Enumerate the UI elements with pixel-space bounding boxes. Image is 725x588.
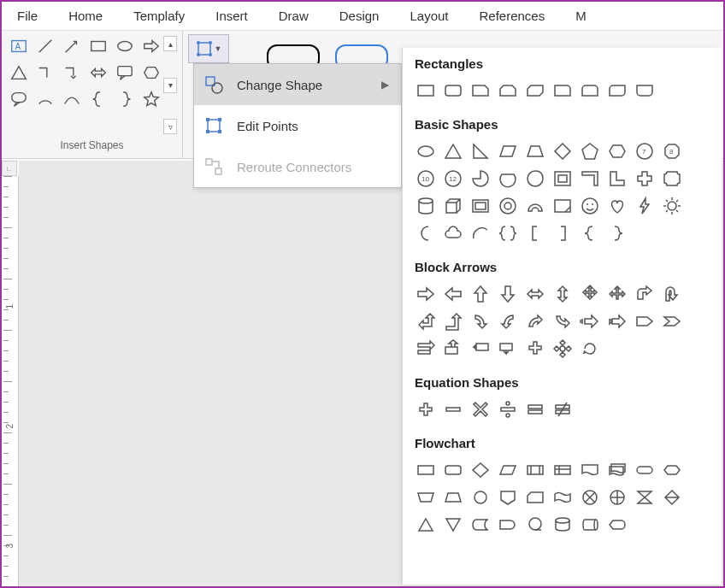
menu-more[interactable]: M [560,2,602,30]
shape-arrow-bentup-icon[interactable] [442,310,464,332]
menu-templafy[interactable]: Templafy [118,2,200,30]
insert-callout-icon[interactable] [113,61,137,85]
shape-arrow-lcallout-icon[interactable] [469,338,492,360]
shape-rect-rect-icon[interactable] [415,79,437,102]
shape-arrow-up-icon[interactable] [469,283,492,305]
insert-curve-icon[interactable] [60,87,84,111]
insert-arrow-line-icon[interactable] [60,34,84,58]
shape-flow-card-icon[interactable] [524,486,546,509]
shape-flow-stored-icon[interactable] [469,514,492,536]
shape-basic-arc2-icon[interactable] [469,222,492,244]
shape-flow-data-icon[interactable] [497,459,519,481]
shape-arrow-notched-icon[interactable] [606,310,628,332]
shape-basic-dodecagon-icon[interactable]: 12 [442,168,464,190]
insert-elbow-icon[interactable] [33,61,57,85]
insert-rect-icon[interactable] [86,34,110,58]
shape-arrow-curvedup-icon[interactable] [524,310,546,332]
insert-triangle-icon[interactable] [7,61,31,85]
shape-basic-cloud-icon[interactable] [442,222,464,244]
shape-arrow-chevron-icon[interactable] [661,310,683,332]
shape-eq-plus-icon[interactable] [415,398,437,420]
menu-design[interactable]: Design [324,2,395,30]
shape-eq-multiply-icon[interactable] [469,398,492,420]
shape-flow-manual-icon[interactable] [415,486,437,509]
shape-eq-divide-icon[interactable] [497,398,519,420]
shape-basic-chord-icon[interactable] [497,168,519,190]
shape-flow-seqstore-icon[interactable] [524,514,546,536]
shape-flow-collate-icon[interactable] [634,486,656,509]
scroll-up-button[interactable]: ▴ [163,36,177,51]
shape-basic-oval-icon[interactable] [415,140,437,162]
shape-flow-delay-icon[interactable] [497,514,519,536]
edit-points-item[interactable]: Edit Points [194,105,401,146]
shape-rect-round2-icon[interactable] [579,79,601,102]
insert-speech-icon[interactable] [7,87,31,111]
shape-arrow-rcallout-icon[interactable] [415,338,437,360]
shape-arrow-bent-icon[interactable] [634,283,656,305]
menu-references[interactable]: References [464,2,561,30]
shape-rect-snipdiag-icon[interactable] [524,79,546,102]
insert-text-box-icon[interactable]: A [7,34,31,58]
insert-double-arrow-icon[interactable] [86,61,110,85]
shape-arrow-curvedleft-icon[interactable] [497,310,519,332]
shape-arrow-home-icon[interactable] [634,310,656,332]
shape-basic-lightning-icon[interactable] [634,195,656,217]
shape-arrow-curvedright-icon[interactable] [469,310,492,332]
shape-eq-minus-icon[interactable] [442,398,464,420]
shape-basic-lbrace-icon[interactable] [579,222,601,244]
shape-rect-snip1-icon[interactable] [469,79,492,102]
shape-flow-display-icon[interactable] [606,514,628,536]
insert-line-icon[interactable] [33,34,57,58]
shape-basic-halfframe-icon[interactable] [579,168,601,190]
insert-brace-left-icon[interactable] [86,87,110,111]
shape-basic-heptagon-icon[interactable]: 7 [634,140,656,162]
shape-flow-document-icon[interactable] [579,459,601,481]
shape-basic-decagon-icon[interactable]: 10 [415,168,437,190]
shape-basic-moon-icon[interactable] [415,222,437,244]
insert-arc-icon[interactable] [33,87,57,111]
shape-arrow-right-icon[interactable] [415,283,437,305]
shape-flow-terminator-icon[interactable] [634,459,656,481]
scroll-down-button[interactable]: ▾ [163,78,177,93]
shape-basic-smiley-icon[interactable] [579,195,601,217]
expand-gallery-button[interactable]: ▿ [163,119,177,134]
shape-flow-prep-icon[interactable] [661,459,683,481]
shape-basic-triangle-icon[interactable] [442,140,464,162]
insert-star-icon[interactable] [139,87,163,111]
shape-flow-manualop-icon[interactable] [442,486,464,509]
shape-basic-trapezoid-icon[interactable] [524,140,546,162]
shape-arrow-3way-icon[interactable] [606,283,628,305]
shape-basic-cross-icon[interactable] [634,168,656,190]
menu-insert[interactable]: Insert [200,2,263,30]
shape-basic-plaque-icon[interactable] [661,168,683,190]
shape-arrow-dcallout-icon[interactable] [442,338,464,360]
shape-flow-merge-icon[interactable] [442,514,464,536]
shape-basic-heart-icon[interactable] [606,195,628,217]
shape-arrow-uturn-icon[interactable] [661,283,683,305]
shape-basic-rbrace-icon[interactable] [606,222,628,244]
shape-arrow-down-icon[interactable] [497,283,519,305]
shape-flow-predef-icon[interactable] [524,459,546,481]
shape-basic-parallelogram-icon[interactable] [497,140,519,162]
shape-basic-pie-icon[interactable] [469,168,492,190]
shape-arrow-leftup-icon[interactable] [415,310,437,332]
shape-rect-roundsame-icon[interactable] [634,79,656,102]
shape-arrow-quad-icon[interactable] [579,283,601,305]
insert-elbow-arrow-icon[interactable] [60,61,84,85]
shape-flow-or-icon[interactable] [606,486,628,509]
shape-flow-connector-icon[interactable] [469,486,492,509]
shape-basic-sun-icon[interactable] [661,195,683,217]
shape-flow-sort-icon[interactable] [661,486,683,509]
shape-flow-tape-icon[interactable] [551,486,574,509]
shape-flow-decision-icon[interactable] [469,459,492,481]
shape-flow-directaccess-icon[interactable] [579,514,601,536]
shape-flow-multidoc-icon[interactable] [606,459,628,481]
shape-basic-donut-icon[interactable] [497,195,519,217]
shape-rect-round1-icon[interactable] [551,79,574,102]
shape-basic-bevel-icon[interactable] [469,195,492,217]
shape-flow-offpage-icon[interactable] [497,486,519,509]
shape-basic-can-icon[interactable] [415,195,437,217]
shape-basic-lbracket-icon[interactable] [524,222,546,244]
shape-arrow-left-icon[interactable] [442,283,464,305]
shape-flow-process-icon[interactable] [415,459,437,481]
